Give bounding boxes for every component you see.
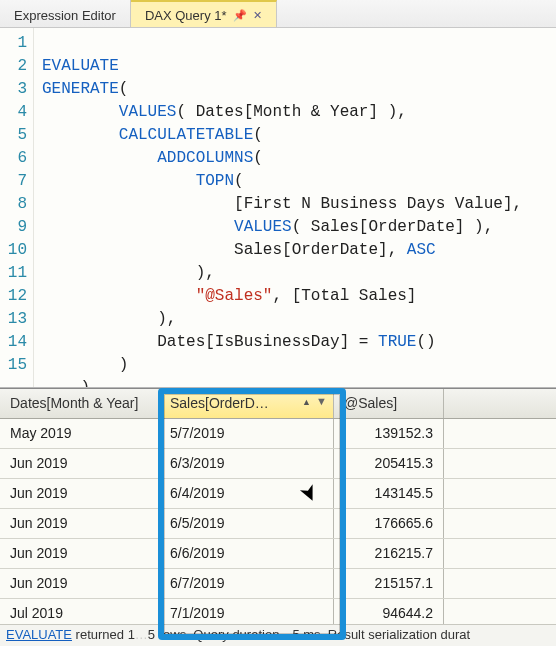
status-bar: EVALUATE returned 1…5 rows. Query durati… [0,624,556,646]
grid-header-row: Dates[Month & Year] Sales[OrderD… ▲ ▼ @S… [0,389,556,419]
cell: 139152.3 [334,419,444,448]
cell: Jun 2019 [0,449,160,478]
cell: 215157.1 [334,569,444,598]
cell: Jun 2019 [0,539,160,568]
column-header-month-year[interactable]: Dates[Month & Year] [0,389,160,418]
pin-icon[interactable]: 📌 [233,9,247,22]
filter-icon[interactable]: ▼ [316,395,327,407]
cell: 6/3/2019 [160,449,334,478]
cell: 6/6/2019 [160,539,334,568]
cell: 6/5/2019 [160,509,334,538]
table-row[interactable]: May 20195/7/2019139152.3 [0,419,556,449]
tab-bar: Expression Editor DAX Query 1* 📌 ✕ [0,0,556,28]
table-row[interactable]: Jul 20197/1/201994644.2 [0,599,556,625]
sort-asc-icon: ▲ [302,397,311,407]
cell: 205415.3 [334,449,444,478]
table-row[interactable]: Jun 20196/4/2019143145.5 [0,479,556,509]
cell: 5/7/2019 [160,419,334,448]
table-row[interactable]: Jun 20196/5/2019176665.6 [0,509,556,539]
tab-label: Expression Editor [14,8,116,23]
cell: 94644.2 [334,599,444,625]
column-header-sales[interactable]: @Sales] [334,389,444,418]
cell: Jul 2019 [0,599,160,625]
code-content[interactable]: EVALUATE GENERATE( VALUES( Dates[Month &… [34,28,522,387]
tab-dax-query[interactable]: DAX Query 1* 📌 ✕ [131,0,277,27]
status-link[interactable]: EVALUATE [6,627,72,642]
cell: Jun 2019 [0,479,160,508]
table-row[interactable]: Jun 20196/3/2019205415.3 [0,449,556,479]
table-row[interactable]: Jun 20196/6/2019216215.7 [0,539,556,569]
cell: May 2019 [0,419,160,448]
cell: 7/1/2019 [160,599,334,625]
line-gutter: 123456789101112131415 [0,28,34,387]
cell: Jun 2019 [0,569,160,598]
grid-body: May 20195/7/2019139152.3Jun 20196/3/2019… [0,419,556,625]
close-icon[interactable]: ✕ [253,9,262,22]
tab-expression-editor[interactable]: Expression Editor [0,0,131,27]
table-row[interactable]: Jun 20196/7/2019215157.1 [0,569,556,599]
cell: 143145.5 [334,479,444,508]
cell: 216215.7 [334,539,444,568]
cell: 6/4/2019 [160,479,334,508]
tab-label: DAX Query 1* [145,8,227,23]
cell: 176665.6 [334,509,444,538]
cell: 6/7/2019 [160,569,334,598]
cell: Jun 2019 [0,509,160,538]
results-grid[interactable]: Dates[Month & Year] Sales[OrderD… ▲ ▼ @S… [0,388,556,625]
column-header-orderdate[interactable]: Sales[OrderD… ▲ ▼ [160,389,334,418]
code-editor[interactable]: 123456789101112131415 EVALUATE GENERATE(… [0,28,556,388]
